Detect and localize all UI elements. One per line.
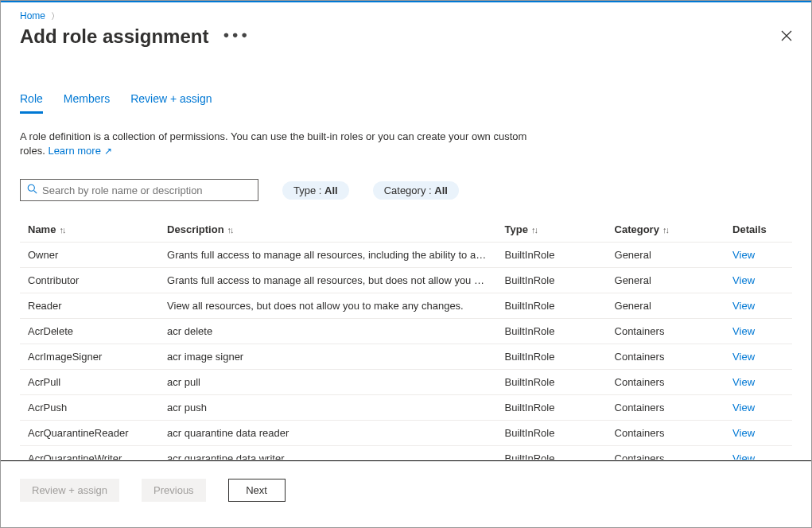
- role-description-cell: acr delete: [159, 319, 496, 344]
- role-category-cell: General: [607, 268, 725, 293]
- tab-review-assign[interactable]: Review + assign: [130, 89, 212, 114]
- content-scroll[interactable]: Role Members Review + assign A role defi…: [1, 68, 811, 460]
- role-description-cell: acr quarantine data writer: [159, 446, 496, 460]
- more-actions-icon[interactable]: ● ● ●: [223, 29, 247, 41]
- roles-table: Name↑↓ Description↑↓ Type↑↓ Category↑↓ D…: [20, 217, 792, 460]
- role-description-cell: acr pull: [159, 370, 496, 395]
- role-category-cell: General: [607, 293, 725, 319]
- table-row[interactable]: AcrPullacr pullBuiltInRoleContainersView: [20, 370, 792, 395]
- role-category-cell: Containers: [607, 421, 725, 446]
- role-name-cell: Contributor: [20, 268, 159, 293]
- role-description-cell: View all resources, but does not allow y…: [159, 293, 496, 319]
- view-link[interactable]: View: [732, 427, 755, 439]
- role-name-cell: AcrDelete: [20, 319, 159, 344]
- role-name-cell: AcrQuarantineWriter: [20, 446, 159, 460]
- page-title: Add role assignment: [20, 25, 208, 48]
- tab-members[interactable]: Members: [64, 89, 110, 114]
- view-link[interactable]: View: [732, 452, 755, 460]
- column-header-type[interactable]: Type↑↓: [497, 217, 607, 243]
- role-description-cell: acr image signer: [159, 344, 496, 370]
- close-icon[interactable]: [781, 30, 792, 44]
- role-category-cell: Containers: [607, 395, 725, 421]
- role-name-cell: AcrQuarantineReader: [20, 421, 159, 446]
- role-name-cell: AcrPush: [20, 395, 159, 421]
- role-name-cell: AcrImageSigner: [20, 344, 159, 370]
- view-link[interactable]: View: [732, 402, 755, 413]
- breadcrumb: Home 〉: [1, 2, 811, 25]
- view-link[interactable]: View: [732, 300, 755, 312]
- table-row[interactable]: OwnerGrants full access to manage all re…: [20, 243, 792, 268]
- breadcrumb-home-link[interactable]: Home: [20, 10, 45, 21]
- sort-icon: ↑↓: [59, 225, 64, 235]
- column-header-description[interactable]: Description↑↓: [159, 217, 496, 243]
- search-input[interactable]: [42, 184, 251, 196]
- search-input-wrapper[interactable]: [20, 179, 258, 201]
- table-row[interactable]: AcrQuarantineWriteracr quarantine data w…: [20, 446, 792, 460]
- role-name-cell: Owner: [20, 243, 159, 268]
- role-name-cell: AcrPull: [20, 370, 159, 395]
- previous-button: Previous: [142, 479, 206, 502]
- role-description-cell: acr quarantine data reader: [159, 421, 496, 446]
- role-type-cell: BuiltInRole: [497, 395, 607, 421]
- role-category-cell: Containers: [607, 319, 725, 344]
- sort-icon: ↑↓: [227, 225, 233, 235]
- table-row[interactable]: ReaderView all resources, but does not a…: [20, 293, 792, 319]
- role-description-cell: Grants full access to manage all resourc…: [159, 243, 496, 268]
- role-type-cell: BuiltInRole: [497, 370, 607, 395]
- horizontal-scrollbar[interactable]: [1, 508, 811, 521]
- footer-bar: Review + assign Previous Next: [1, 460, 811, 527]
- view-link[interactable]: View: [732, 249, 755, 261]
- role-type-cell: BuiltInRole: [497, 268, 607, 293]
- table-row[interactable]: AcrDeleteacr deleteBuiltInRoleContainers…: [20, 319, 792, 344]
- table-row[interactable]: ContributorGrants full access to manage …: [20, 268, 792, 293]
- tab-bar: Role Members Review + assign: [20, 89, 792, 114]
- svg-point-2: [28, 184, 34, 191]
- view-link[interactable]: View: [732, 376, 755, 388]
- view-link[interactable]: View: [732, 274, 755, 286]
- role-type-cell: BuiltInRole: [497, 344, 607, 370]
- sort-icon: ↑↓: [531, 225, 537, 235]
- svg-line-3: [34, 191, 37, 194]
- view-link[interactable]: View: [732, 325, 755, 337]
- role-category-cell: Containers: [607, 446, 725, 460]
- learn-more-link[interactable]: Learn more ↗: [48, 145, 111, 157]
- search-icon: [27, 184, 37, 196]
- table-row[interactable]: AcrQuarantineReaderacr quarantine data r…: [20, 421, 792, 446]
- role-description-cell: acr push: [159, 395, 496, 421]
- role-type-cell: BuiltInRole: [497, 243, 607, 268]
- role-name-cell: Reader: [20, 293, 159, 319]
- external-link-icon: ↗: [104, 146, 112, 157]
- column-header-category[interactable]: Category↑↓: [607, 217, 725, 243]
- role-definition-description: A role definition is a collection of per…: [20, 130, 529, 158]
- role-type-cell: BuiltInRole: [497, 319, 607, 344]
- role-category-cell: Containers: [607, 344, 725, 370]
- next-button[interactable]: Next: [228, 479, 286, 502]
- table-row[interactable]: AcrImageSigneracr image signerBuiltInRol…: [20, 344, 792, 370]
- view-link[interactable]: View: [732, 351, 755, 363]
- role-type-cell: BuiltInRole: [497, 293, 607, 319]
- sort-icon: ↑↓: [662, 225, 668, 235]
- role-type-cell: BuiltInRole: [497, 421, 607, 446]
- role-category-cell: Containers: [607, 370, 725, 395]
- table-row[interactable]: AcrPushacr pushBuiltInRoleContainersView: [20, 395, 792, 421]
- type-filter-pill[interactable]: Type : All: [282, 181, 349, 200]
- column-header-details: Details: [725, 217, 792, 243]
- role-category-cell: General: [607, 243, 725, 268]
- review-assign-button: Review + assign: [20, 479, 119, 502]
- category-filter-pill[interactable]: Category : All: [373, 181, 459, 200]
- role-type-cell: BuiltInRole: [497, 446, 607, 460]
- chevron-right-icon: 〉: [51, 11, 60, 21]
- tab-role[interactable]: Role: [20, 89, 43, 114]
- role-description-cell: Grants full access to manage all resourc…: [159, 268, 496, 293]
- column-header-name[interactable]: Name↑↓: [20, 217, 159, 243]
